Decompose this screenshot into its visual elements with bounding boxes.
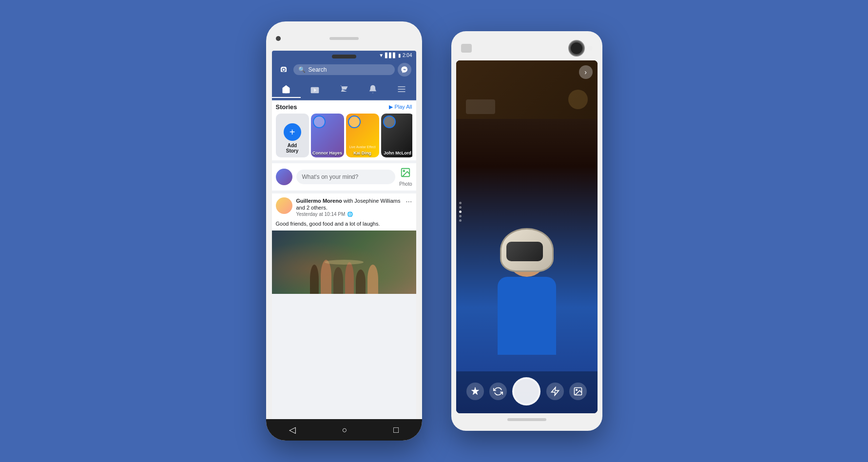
dot-active <box>459 211 462 213</box>
phone1-device: ▼ ▋▋▋ ▮ 2:04 🔍 Search <box>266 21 422 441</box>
camera-button[interactable] <box>277 63 290 77</box>
add-story-label: AddStory <box>286 143 299 154</box>
story-avatar-ring-john <box>383 116 396 128</box>
person-body <box>498 277 556 355</box>
story-john[interactable]: John McLord <box>381 114 412 157</box>
fb-content: Stories ▶ Play All + AddStory Connor Hay… <box>272 100 416 421</box>
post-more-button[interactable]: ··· <box>405 197 412 206</box>
story-name-connor: Connor Hayes <box>311 151 344 155</box>
post-image <box>272 231 416 294</box>
post-user-info: Guillermo Moreno with Josephine Williams… <box>296 197 402 217</box>
dot <box>459 202 462 204</box>
stories-section: Stories ▶ Play All + AddStory Connor Hay… <box>272 100 416 160</box>
camera-controls <box>456 371 598 413</box>
wifi-icon: ▼ <box>379 53 384 58</box>
post-input[interactable]: What's on your mind? <box>296 170 396 184</box>
feed-post: Guillermo Moreno with Josephine Williams… <box>272 193 416 294</box>
nav-notifications[interactable] <box>358 81 387 98</box>
flash-led <box>588 46 593 51</box>
camera-next-button[interactable]: › <box>579 65 593 79</box>
person-head <box>507 238 546 277</box>
post-header: Guillermo Moreno with Josephine Williams… <box>272 193 416 221</box>
fb-nav-icons <box>272 79 416 100</box>
story-avatar-ring <box>313 116 326 128</box>
photo-icon <box>400 167 411 180</box>
phone1-screen: ▼ ▋▋▋ ▮ 2:04 🔍 Search <box>272 51 416 421</box>
post-text: Good friends, good food and a lot of lau… <box>272 221 416 231</box>
svg-point-6 <box>404 170 405 172</box>
dot <box>459 215 462 217</box>
play-all-button[interactable]: ▶ Play All <box>389 104 412 110</box>
story-avatar-ring-kai <box>348 116 361 128</box>
messenger-button[interactable] <box>398 63 411 77</box>
effects-button[interactable] <box>466 383 484 400</box>
phone1-earpiece <box>332 55 356 58</box>
back-button[interactable]: ◁ <box>289 424 296 435</box>
story-add[interactable]: + AddStory <box>276 114 309 157</box>
phone2-device: › <box>451 31 602 431</box>
search-bar[interactable]: 🔍 Search <box>293 64 395 75</box>
person-figure <box>488 238 566 365</box>
search-label: Search <box>309 66 327 73</box>
story-kai[interactable]: Kai Ding Live Avatar Effect <box>346 114 379 157</box>
shutter-button[interactable] <box>512 377 540 405</box>
add-story-icon: + <box>284 123 301 141</box>
story-name-john: John McLord <box>381 151 412 155</box>
helmet <box>500 228 554 272</box>
android-nav-bar: ◁ ○ □ <box>266 419 422 441</box>
flip-camera-button[interactable] <box>489 383 507 400</box>
home-button[interactable]: ○ <box>342 425 347 435</box>
nav-watch[interactable] <box>301 81 329 98</box>
camera-lens <box>569 41 584 56</box>
camera-module <box>569 41 593 56</box>
post-user-name: Guillermo Moreno with Josephine Williams… <box>296 197 402 212</box>
phone1-front-camera <box>276 36 281 41</box>
story-connor[interactable]: Connor Hayes <box>311 114 344 157</box>
signal-icons: ▼ ▋▋▋ ▮ 2:04 <box>379 53 412 58</box>
helmet-visor <box>506 242 543 261</box>
post-meta: Yesterday at 10:14 PM 🌐 <box>296 212 402 217</box>
phone2-bottom-speaker <box>507 418 546 421</box>
recents-button[interactable]: □ <box>393 425 399 435</box>
post-user-avatar <box>276 197 292 214</box>
stories-header: Stories ▶ Play All <box>276 103 412 111</box>
phone1-speaker <box>329 37 359 40</box>
phone2-screen: › <box>456 60 598 413</box>
user-avatar <box>276 169 292 185</box>
dot <box>459 206 462 209</box>
nav-home[interactable] <box>272 81 301 98</box>
nav-menu[interactable] <box>387 81 416 98</box>
camera-side-dots <box>459 202 462 222</box>
nav-marketplace[interactable] <box>329 81 358 98</box>
story-name-kai: Kai Ding <box>346 151 379 155</box>
signal-bars-icon: ▋▋▋ <box>385 53 397 58</box>
photo-button[interactable]: Photo <box>399 167 412 187</box>
time-display: 2:04 <box>403 53 412 58</box>
fb-top-nav: 🔍 Search <box>272 60 416 79</box>
stories-title: Stories <box>276 103 297 111</box>
camera-view: › <box>456 60 598 413</box>
svg-point-9 <box>576 389 578 391</box>
phone2-button-left <box>461 44 472 53</box>
photo-label: Photo <box>399 181 412 187</box>
battery-icon: ▮ <box>398 53 401 58</box>
phone2-top <box>456 41 598 60</box>
phones-container: ▼ ▋▋▋ ▮ 2:04 🔍 Search <box>266 21 602 441</box>
stories-row: + AddStory Connor Hayes Kai Ding Liv <box>276 114 412 157</box>
dot <box>459 219 462 222</box>
phone1-top-bar <box>266 21 422 51</box>
svg-marker-7 <box>551 387 559 396</box>
post-privacy-icon: 🌐 <box>347 212 353 217</box>
search-icon: 🔍 <box>298 66 306 73</box>
post-compose-box: What's on your mind? Photo <box>272 163 416 191</box>
gallery-button[interactable] <box>569 383 587 400</box>
flash-button[interactable] <box>546 383 564 400</box>
post-time: Yesterday at 10:14 PM <box>296 212 346 217</box>
